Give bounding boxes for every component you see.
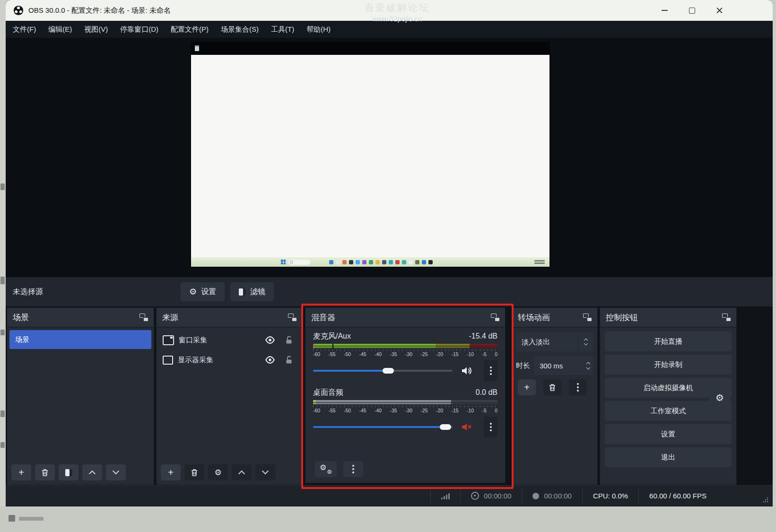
- source-filters-button[interactable]: 滤镜: [230, 282, 274, 301]
- popout-icon[interactable]: [583, 314, 592, 321]
- move-scene-down-button[interactable]: [106, 464, 126, 480]
- menu-item-view[interactable]: 视图(V): [84, 25, 108, 34]
- duration-label: 时长: [516, 361, 530, 370]
- kebab-icon: [490, 366, 492, 375]
- speaker-muted-icon[interactable]: [461, 422, 472, 432]
- volume-slider[interactable]: [313, 424, 453, 430]
- captured-window-titlebar: [191, 42, 550, 55]
- audio-mixer-panel: 混音器 麦克风/Aux -15.4 dB: [305, 307, 506, 483]
- tick-label: -30: [405, 351, 412, 357]
- signal-bars-icon: [441, 493, 450, 499]
- menu-item-profile[interactable]: 配置文件(P): [171, 25, 209, 34]
- menu-item-tools[interactable]: 工具(T): [271, 25, 294, 34]
- taskbar-search-box: [288, 260, 310, 265]
- menu-item-edit[interactable]: 编辑(E): [48, 25, 72, 34]
- close-button[interactable]: [706, 0, 733, 21]
- move-source-down-button[interactable]: [255, 464, 275, 480]
- scene-filters-button[interactable]: [59, 464, 78, 480]
- meter-red-segment: [470, 346, 497, 348]
- sources-list: 窗口采集 显示器采集 +: [157, 328, 302, 485]
- filter-icon: [239, 288, 246, 296]
- resize-grip[interactable]: [762, 497, 768, 502]
- move-scene-up-button[interactable]: [82, 464, 102, 480]
- stream-time-value: 00:00:00: [484, 492, 511, 500]
- remove-scene-button[interactable]: [35, 464, 55, 480]
- obs-logo-icon: [13, 5, 24, 16]
- tick-label: -15: [452, 351, 459, 357]
- visibility-toggle[interactable]: [263, 353, 277, 367]
- visibility-toggle[interactable]: [263, 333, 277, 347]
- remove-source-button[interactable]: [184, 464, 204, 480]
- lock-toggle[interactable]: [282, 353, 296, 367]
- remove-transition-button[interactable]: [543, 379, 561, 395]
- scenes-list: 场景 +: [7, 328, 154, 485]
- move-source-up-button[interactable]: [232, 464, 252, 480]
- preview-area: [6, 38, 773, 277]
- taskbar-app-icon: [329, 260, 333, 264]
- window-caption-buttons: [651, 0, 773, 21]
- advanced-audio-properties-button[interactable]: ⚙⚙: [315, 461, 337, 477]
- add-scene-button[interactable]: +: [11, 464, 31, 480]
- menu-item-scene-collection[interactable]: 场景集合(S): [221, 25, 259, 34]
- taskbar-app-icon: [342, 260, 347, 264]
- scenes-panel-header: 场景: [7, 308, 154, 328]
- mixer-channel-options-button[interactable]: [484, 360, 497, 381]
- popout-icon[interactable]: [722, 314, 731, 321]
- mixer-body: 麦克风/Aux -15.4 dB: [305, 328, 505, 483]
- tick-label: -55: [329, 408, 336, 413]
- tick-label: 0: [495, 351, 497, 357]
- obs-screenshot: OBS 30.0.0 - 配置文件: 未命名 - 场景: 未命名 吾爱破解论坛 …: [0, 0, 776, 532]
- tick-label: -50: [344, 408, 351, 413]
- minimize-button[interactable]: [651, 0, 678, 21]
- source-filters-label: 滤镜: [250, 287, 265, 297]
- source-properties-toolbar-button[interactable]: ⚙: [208, 464, 228, 480]
- chevron-up-icon: [238, 471, 245, 477]
- meter-tick-marks: [313, 349, 497, 351]
- exit-button[interactable]: 退出: [605, 447, 732, 467]
- settings-button[interactable]: 设置: [605, 424, 732, 444]
- trash-icon: [191, 469, 198, 477]
- start-recording-button[interactable]: 开始录制: [605, 355, 732, 375]
- menu-item-help[interactable]: 帮助(H): [306, 25, 331, 34]
- mixer-channel-options-button[interactable]: [484, 417, 497, 437]
- record-time-value: 00:00:00: [544, 492, 571, 500]
- transitions-toolbar: +: [516, 379, 593, 395]
- transition-select[interactable]: 淡入淡出: [516, 332, 593, 351]
- speaker-on-icon[interactable]: [461, 366, 472, 376]
- source-row-display-capture[interactable]: 显示器采集: [159, 350, 300, 370]
- popout-icon[interactable]: [140, 314, 148, 321]
- slider-handle[interactable]: [383, 368, 394, 374]
- tick-label: -40: [375, 351, 382, 357]
- lock-toggle[interactable]: [282, 333, 296, 347]
- start-streaming-button[interactable]: 开始直播: [605, 331, 732, 351]
- taskbar-app-icon: [415, 260, 419, 264]
- scene-list-item-selected[interactable]: 场景: [9, 330, 151, 349]
- background-glyph-smudge: [19, 517, 44, 521]
- source-properties-button[interactable]: ⚙ 设置: [181, 282, 225, 301]
- meter-tick-labels: -60-55-50-45-40-35-30-25-20-15-10-50: [313, 351, 497, 357]
- popout-icon[interactable]: [288, 314, 296, 321]
- channel-level-db: 0.0 dB: [476, 388, 497, 397]
- add-transition-button[interactable]: +: [518, 379, 536, 395]
- volume-slider[interactable]: [313, 367, 453, 374]
- transition-select-spinner[interactable]: [578, 332, 593, 351]
- tick-label: -5: [482, 408, 487, 413]
- status-cpu: CPU: 0.0%: [582, 489, 638, 503]
- source-properties-label: 设置: [201, 287, 216, 297]
- tick-label: -50: [344, 351, 351, 357]
- menu-item-file[interactable]: 文件(F): [13, 25, 36, 34]
- close-icon: [716, 8, 723, 14]
- tick-label: -40: [375, 408, 382, 413]
- menu-item-docks[interactable]: 停靠窗口(D): [120, 25, 158, 34]
- add-source-button[interactable]: +: [161, 464, 181, 480]
- source-row-window-capture[interactable]: 窗口采集: [159, 330, 300, 350]
- tick-label: -25: [421, 408, 428, 413]
- maximize-button[interactable]: [678, 0, 706, 21]
- virtual-camera-config-button[interactable]: ⚙: [709, 388, 730, 408]
- popout-icon[interactable]: [491, 314, 499, 321]
- slider-handle[interactable]: [440, 424, 451, 430]
- duration-spinbox[interactable]: 300 ms: [534, 356, 593, 375]
- kebab-icon: [490, 423, 492, 431]
- transition-options-button[interactable]: [569, 379, 587, 395]
- mixer-options-button[interactable]: [343, 461, 363, 477]
